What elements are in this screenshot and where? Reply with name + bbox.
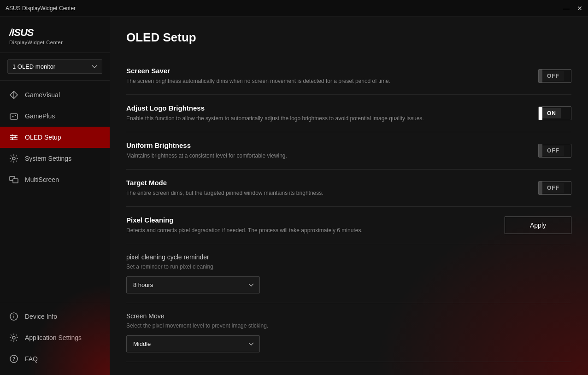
svg-point-10 xyxy=(12,135,13,136)
sidebar-item-oled-setup[interactable]: OLED Setup xyxy=(0,127,110,148)
sidebar-item-label-gameplus: GamePlus xyxy=(25,112,55,120)
close-button[interactable]: ✕ xyxy=(577,5,582,12)
system-settings-icon xyxy=(9,154,18,163)
setting-row-pixel-cleaning: Pixel Cleaning Detects and corrects pixe… xyxy=(126,207,571,244)
screen-move-dropdown[interactable]: Off Low Middle High xyxy=(126,335,260,352)
setting-text-screen-saver: Screen Saver The screen brightness autom… xyxy=(126,67,538,85)
setting-title-uniform-brightness: Uniform Brightness xyxy=(126,141,520,149)
svg-point-11 xyxy=(14,136,16,138)
svg-rect-15 xyxy=(13,179,18,183)
setting-title-pixel-cleaning: Pixel Cleaning xyxy=(126,216,486,224)
pixel-cleaning-apply-button[interactable]: Apply xyxy=(505,217,571,234)
logo-brightness-toggle-label: ON xyxy=(542,108,561,118)
svg-point-4 xyxy=(12,116,14,117)
nav-items: GameVisual GamePlus xyxy=(0,81,110,298)
sidebar-item-system-settings[interactable]: System Settings xyxy=(0,148,110,169)
titlebar: ASUS DisplayWidget Center — ✕ xyxy=(0,0,588,17)
setting-title-reminder: pixel cleaning cycle reminder xyxy=(126,253,571,261)
setting-row-target-mode: Target Mode The entire screen dims, but … xyxy=(126,170,571,207)
setting-control-pixel-cleaning[interactable]: Apply xyxy=(505,217,571,234)
logo-subtitle: DisplayWidget Center xyxy=(9,40,100,45)
sidebar-item-gameplus[interactable]: GamePlus xyxy=(0,105,110,127)
minimize-button[interactable]: — xyxy=(563,5,570,12)
setting-desc-uniform-brightness: Maintains brightness at a consistent lev… xyxy=(126,152,520,160)
target-mode-toggle-indicator xyxy=(539,182,542,194)
setting-title-screen-saver: Screen Saver xyxy=(126,67,520,75)
svg-text:/ISUS: /ISUS xyxy=(9,27,34,38)
multiscreen-icon xyxy=(9,175,18,184)
sidebar-item-faq[interactable]: ? FAQ xyxy=(0,348,110,369)
setting-control-target-mode[interactable]: OFF xyxy=(538,181,571,195)
asus-logo-icon: /ISUS xyxy=(9,26,55,39)
setting-text-target-mode: Target Mode The entire screen dims, but … xyxy=(126,179,538,197)
target-mode-toggle-label: OFF xyxy=(542,183,564,193)
setting-row-logo-brightness: Adjust Logo Brightness Enable this funct… xyxy=(126,95,571,132)
app-name-label: ASUS DisplayWidget Center xyxy=(6,5,76,12)
setting-text-uniform-brightness: Uniform Brightness Maintains brightness … xyxy=(126,141,538,160)
logo-brightness-toggle[interactable]: ON xyxy=(538,106,571,120)
svg-point-13 xyxy=(12,157,15,160)
setting-row-screen-move: Screen Move Select the pixel movement le… xyxy=(126,303,571,362)
sidebar-item-label-oled-setup: OLED Setup xyxy=(25,134,61,141)
setting-desc-logo-brightness: Enable this function to allow the system… xyxy=(126,114,520,123)
logo-brightness-toggle-indicator xyxy=(539,107,542,120)
svg-text:?: ? xyxy=(12,357,15,362)
setting-desc-pixel-cleaning: Detects and corrects pixel degradation i… xyxy=(126,226,486,234)
logo-area: /ISUS DisplayWidget Center xyxy=(0,17,110,53)
screen-saver-toggle[interactable]: OFF xyxy=(538,69,571,83)
setting-title-target-mode: Target Mode xyxy=(126,179,520,187)
setting-control-logo-brightness[interactable]: ON xyxy=(538,106,571,120)
sidebar-item-label-gamevisual: GameVisual xyxy=(25,91,60,99)
titlebar-left: ASUS DisplayWidget Center xyxy=(6,5,76,12)
sidebar-item-application-settings[interactable]: Application Settings xyxy=(0,327,110,348)
nav-bottom: Device Info Application Settings ? xyxy=(0,306,110,375)
monitor-select[interactable]: 1 OLED monitor 2 OLED monitors xyxy=(7,59,102,74)
main-content: OLED Setup Screen Saver The screen brigh… xyxy=(110,17,588,375)
setting-title-logo-brightness: Adjust Logo Brightness xyxy=(126,104,520,112)
gameplus-icon xyxy=(9,111,18,121)
setting-control-uniform-brightness[interactable]: OFF xyxy=(538,144,571,158)
svg-point-12 xyxy=(12,138,13,140)
sidebar-item-device-info[interactable]: Device Info xyxy=(0,306,110,327)
uniform-brightness-toggle-label: OFF xyxy=(542,146,564,156)
sidebar-item-label-faq: FAQ xyxy=(25,355,38,363)
setting-text-pixel-cleaning: Pixel Cleaning Detects and corrects pixe… xyxy=(126,216,505,234)
svg-point-18 xyxy=(13,315,14,316)
gamevisual-icon xyxy=(9,90,18,100)
sidebar-item-gamevisual[interactable]: GameVisual xyxy=(0,84,110,105)
sidebar-item-label-system-settings: System Settings xyxy=(25,155,71,162)
nav-divider xyxy=(0,302,110,302)
screen-saver-toggle-label: OFF xyxy=(542,71,564,81)
titlebar-controls: — ✕ xyxy=(563,5,582,12)
content-inner: OLED Setup Screen Saver The screen brigh… xyxy=(110,17,588,375)
logo-text: /ISUS xyxy=(9,26,100,39)
application-settings-icon xyxy=(9,333,18,342)
sidebar-item-multiscreen[interactable]: MultiScreen xyxy=(0,169,110,190)
oled-setup-icon xyxy=(9,133,18,142)
uniform-brightness-toggle-indicator xyxy=(539,144,542,157)
setting-row-screen-saver: Screen Saver The screen brightness autom… xyxy=(126,58,571,95)
setting-desc-target-mode: The entire screen dims, but the targeted… xyxy=(126,189,520,197)
app-container: /ISUS DisplayWidget Center 1 OLED monito… xyxy=(0,17,588,375)
monitor-select-wrap: 1 OLED monitor 2 OLED monitors xyxy=(0,53,110,81)
setting-title-screen-move: Screen Move xyxy=(126,312,571,320)
screen-saver-toggle-indicator xyxy=(539,70,542,82)
setting-text-logo-brightness: Adjust Logo Brightness Enable this funct… xyxy=(126,104,538,123)
sidebar-item-label-multiscreen: MultiScreen xyxy=(25,176,59,183)
sidebar: /ISUS DisplayWidget Center 1 OLED monito… xyxy=(0,17,110,375)
setting-row-reminder: pixel cleaning cycle reminder Set a remi… xyxy=(126,244,571,303)
faq-icon: ? xyxy=(9,354,18,363)
sidebar-item-label-device-info: Device Info xyxy=(25,313,57,320)
uniform-brightness-toggle[interactable]: OFF xyxy=(538,144,571,158)
svg-rect-3 xyxy=(10,114,18,119)
setting-desc-screen-move: Select the pixel movement level to preve… xyxy=(126,322,571,330)
sidebar-item-label-application-settings: Application Settings xyxy=(25,334,82,341)
setting-row-uniform-brightness: Uniform Brightness Maintains brightness … xyxy=(126,132,571,170)
device-info-icon xyxy=(9,312,18,321)
setting-desc-screen-saver: The screen brightness automatically dims… xyxy=(126,77,520,85)
page-title: OLED Setup xyxy=(126,30,571,45)
setting-control-screen-saver[interactable]: OFF xyxy=(538,69,571,83)
target-mode-toggle[interactable]: OFF xyxy=(538,181,571,195)
svg-point-19 xyxy=(12,336,15,339)
reminder-dropdown[interactable]: 4 hours 8 hours 12 hours 24 hours Off xyxy=(126,276,260,293)
